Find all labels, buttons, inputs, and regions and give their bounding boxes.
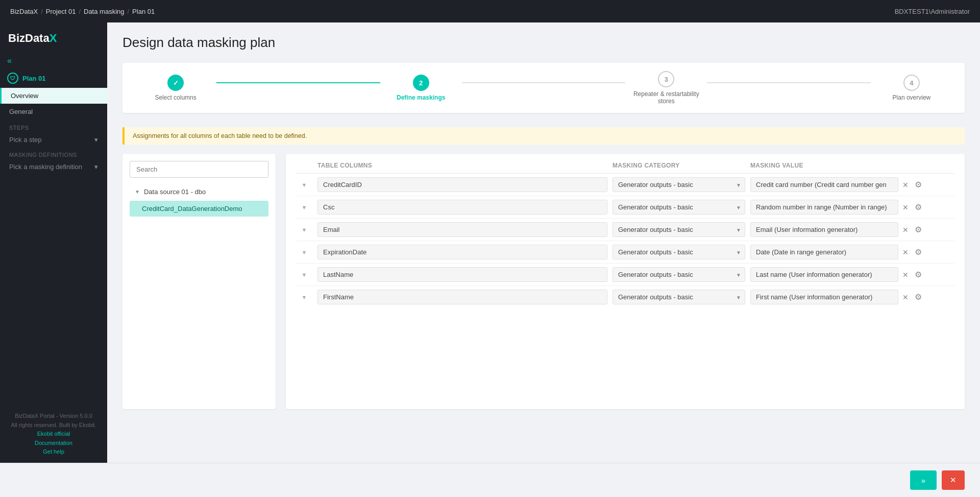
- sidebar: BizDataX « 🛡 Plan 01 Overview General St…: [0, 22, 107, 463]
- masking-value-wrapper: ✕ ⚙: [750, 177, 924, 192]
- page-title: Design data masking plan: [122, 35, 965, 51]
- value-clear-button[interactable]: ✕: [900, 247, 911, 257]
- masking-dropdown[interactable]: Pick a masking definition ▾: [0, 160, 107, 174]
- steps-chevron-icon: ▾: [94, 136, 98, 144]
- tree-item-datasource[interactable]: ▼ Data source 01 - dbo: [130, 184, 268, 200]
- row-expand-button[interactable]: ▼: [296, 294, 312, 300]
- category-select[interactable]: Generator outputs - basic: [612, 245, 745, 259]
- row-expand-button[interactable]: ▼: [296, 182, 312, 188]
- category-select-wrapper: Generator outputs - basic ▼: [612, 267, 745, 282]
- sidebar-logo: BizDataX: [0, 28, 107, 53]
- table-row: ▼ ExpirationDate Generator outputs - bas…: [296, 241, 954, 264]
- col-header-expand: [296, 162, 312, 169]
- table-row: ▼ LastName Generator outputs - basic ▼ ✕…: [296, 264, 954, 286]
- stepper: ✓ Select columns 2 Define maskings 3 Rep…: [122, 63, 965, 113]
- footer-link-help[interactable]: Get help: [8, 447, 99, 457]
- settings-button[interactable]: ⚙: [913, 291, 924, 303]
- row-expand-button[interactable]: ▼: [296, 272, 312, 278]
- step-4: 4 Plan overview: [871, 75, 952, 101]
- column-field: Csc: [317, 200, 607, 215]
- footer-rights: All rights reserved. Built by Ekobit.: [8, 421, 99, 430]
- settings-button[interactable]: ⚙: [913, 179, 924, 191]
- step-4-label: Plan overview: [893, 94, 931, 101]
- value-clear-button[interactable]: ✕: [900, 270, 911, 280]
- step-3: 3 Repeater & restartability stores: [625, 71, 707, 105]
- step-3-label: Repeater & restartability stores: [625, 90, 707, 105]
- cancel-button[interactable]: ✕: [942, 470, 965, 490]
- steps-label: Steps: [0, 120, 107, 133]
- steps-dropdown[interactable]: Pick a step ▾: [0, 133, 107, 147]
- step-1-circle: ✓: [167, 75, 184, 91]
- step-2-circle: 2: [413, 75, 429, 91]
- row-expand-button[interactable]: ▼: [296, 249, 312, 255]
- step-2-label: Define maskings: [397, 94, 445, 101]
- right-panel: Table columns Masking category Masking v…: [286, 154, 965, 409]
- top-nav: BizDataX / Project 01 / Data masking / P…: [0, 0, 980, 22]
- breadcrumb-project[interactable]: Project 01: [46, 8, 76, 15]
- collapse-button[interactable]: «: [0, 53, 107, 68]
- category-select[interactable]: Generator outputs - basic: [612, 290, 745, 304]
- sidebar-plan-label: Plan 01: [22, 75, 46, 82]
- value-clear-button[interactable]: ✕: [900, 202, 911, 212]
- value-clear-button[interactable]: ✕: [900, 225, 911, 235]
- col-header-value: Masking value: [750, 162, 924, 169]
- masking-value-input[interactable]: [750, 200, 898, 215]
- main-content: Design data masking plan ✓ Select column…: [107, 22, 980, 463]
- column-field: ExpirationDate: [317, 245, 607, 259]
- masking-definitions-label: Masking definitions: [0, 147, 107, 160]
- settings-button[interactable]: ⚙: [913, 201, 924, 213]
- category-select[interactable]: Generator outputs - basic: [612, 200, 745, 215]
- table-header: Table columns Masking category Masking v…: [296, 162, 954, 174]
- col-header-category: Masking category: [612, 162, 745, 169]
- category-select[interactable]: Generator outputs - basic: [612, 267, 745, 282]
- footer-link-docs[interactable]: Documentation: [8, 439, 99, 448]
- category-select[interactable]: Generator outputs - basic: [612, 222, 745, 237]
- next-button[interactable]: »: [910, 470, 937, 490]
- breadcrumb-masking[interactable]: Data masking: [84, 8, 124, 15]
- row-expand-button[interactable]: ▼: [296, 227, 312, 233]
- category-select-wrapper: Generator outputs - basic ▼: [612, 177, 745, 192]
- settings-button[interactable]: ⚙: [913, 269, 924, 280]
- column-field: Email: [317, 222, 607, 237]
- table-row: ▼ FirstName Generator outputs - basic ▼ …: [296, 286, 954, 308]
- settings-button[interactable]: ⚙: [913, 224, 924, 235]
- masking-value-input[interactable]: [750, 177, 898, 192]
- tree-item-table[interactable]: CreditCard_DataGenerationDemo: [130, 201, 268, 217]
- tree-table-label: CreditCard_DataGenerationDemo: [142, 205, 242, 212]
- masking-value-input[interactable]: [750, 290, 898, 304]
- step-4-circle: 4: [903, 75, 920, 91]
- sidebar-footer: BizDataX Portal - Version 5.0.0 All righ…: [0, 406, 107, 463]
- sidebar-plan-item[interactable]: 🛡 Plan 01: [0, 68, 107, 88]
- column-field: CreditCardID: [317, 177, 607, 192]
- masking-value-wrapper: ✕ ⚙: [750, 267, 924, 282]
- tree-expand-icon: ▼: [135, 189, 140, 195]
- settings-button[interactable]: ⚙: [913, 246, 924, 258]
- step-connector-1: [216, 82, 380, 83]
- step-connector-2: [462, 82, 625, 83]
- breadcrumb-bizdata[interactable]: BizDataX: [10, 8, 38, 15]
- value-clear-button[interactable]: ✕: [900, 292, 911, 302]
- category-select-wrapper: Generator outputs - basic ▼: [612, 200, 745, 215]
- warning-text: Assignments for all columns of each tabl…: [133, 132, 307, 139]
- step-3-circle: 3: [658, 71, 674, 87]
- row-expand-button[interactable]: ▼: [296, 204, 312, 210]
- masking-value-input[interactable]: [750, 222, 898, 237]
- value-clear-button[interactable]: ✕: [900, 180, 911, 190]
- masking-placeholder: Pick a masking definition: [9, 163, 82, 171]
- category-select[interactable]: Generator outputs - basic: [612, 177, 745, 192]
- steps-placeholder: Pick a step: [9, 136, 42, 144]
- logo: BizDataX: [8, 32, 57, 45]
- step-2: 2 Define maskings: [380, 75, 462, 101]
- masking-value-input[interactable]: [750, 245, 898, 259]
- table-row: ▼ CreditCardID Generator outputs - basic…: [296, 174, 954, 196]
- tree-datasource-label: Data source 01 - dbo: [144, 188, 206, 196]
- masking-chevron-icon: ▾: [94, 163, 98, 171]
- sidebar-item-general[interactable]: General: [0, 104, 107, 120]
- column-field: FirstName: [317, 290, 607, 304]
- action-bar: » ✕: [0, 463, 980, 497]
- search-input[interactable]: [130, 161, 268, 178]
- sidebar-item-overview[interactable]: Overview: [0, 88, 107, 104]
- breadcrumb-plan[interactable]: Plan 01: [132, 8, 155, 15]
- masking-value-input[interactable]: [750, 267, 898, 282]
- footer-link-ekobit[interactable]: Ekobit official: [8, 430, 99, 439]
